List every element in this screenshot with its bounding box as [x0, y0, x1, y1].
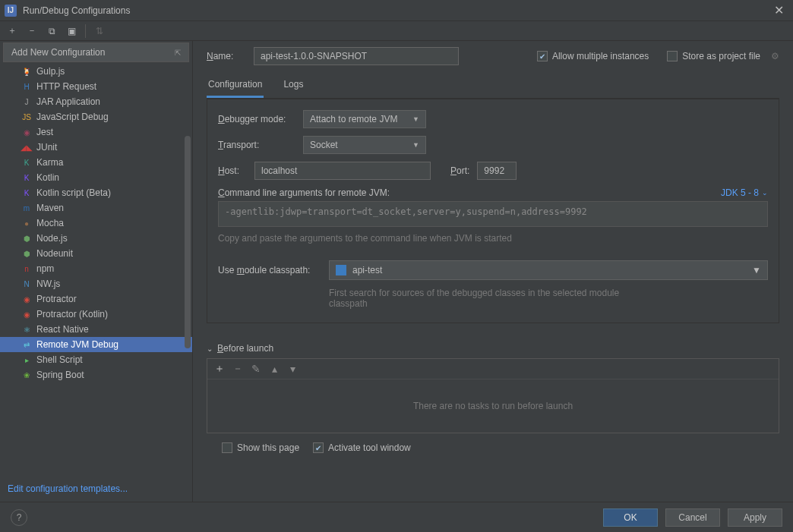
- config-tree: 🍹Gulp.jsHHTTP RequestJJAR ApplicationJSJ…: [0, 64, 192, 382]
- config-type-icon: n: [21, 263, 32, 274]
- port-input[interactable]: [477, 162, 517, 180]
- sidebar: Add New Configuration ⇱ 🍹Gulp.jsHHTTP Re…: [0, 41, 193, 502]
- sidebar-item-label: Nodeunit: [36, 248, 73, 259]
- sidebar-item-remote-jvm-debug[interactable]: ⇄Remote JVM Debug: [0, 337, 192, 352]
- host-input[interactable]: [254, 162, 431, 180]
- sidebar-item-label: React Native: [36, 324, 89, 335]
- transport-combo[interactable]: Socket ▼: [303, 136, 426, 154]
- sidebar-item-http-request[interactable]: HHTTP Request: [0, 79, 192, 94]
- move-down-button: ▾: [286, 363, 299, 375]
- copy-button[interactable]: ⧉: [44, 24, 59, 39]
- config-type-icon: ◉: [21, 309, 32, 320]
- config-type-icon: m: [21, 203, 32, 213]
- folder-button[interactable]: ▣: [64, 24, 79, 39]
- sidebar-item-karma[interactable]: KKarma: [0, 155, 192, 170]
- sidebar-item-jest[interactable]: ◉Jest: [0, 124, 192, 140]
- config-type-icon: ◉: [21, 127, 32, 137]
- add-button[interactable]: ＋: [5, 24, 20, 39]
- scrollbar[interactable]: [185, 136, 191, 348]
- checkbox-icon: [222, 442, 232, 453]
- debugger-mode-combo[interactable]: Attach to remote JVM ▼: [303, 110, 426, 128]
- sidebar-item-spring-boot[interactable]: ❀Spring Boot: [0, 367, 192, 382]
- jdk-value: JDK 5 - 8: [721, 187, 759, 198]
- sidebar-item-maven[interactable]: mMaven: [0, 200, 192, 216]
- close-icon[interactable]: ✕: [769, 3, 788, 17]
- sidebar-item-label: JavaScript Debug: [36, 112, 109, 122]
- add-task-button[interactable]: ＋: [213, 362, 226, 376]
- expand-icon: ⇱: [175, 49, 181, 57]
- debugger-mode-label: Debugger mode:: [218, 114, 295, 124]
- store-project-checkbox[interactable]: Store as project file: [667, 51, 760, 61]
- name-input[interactable]: [254, 47, 459, 65]
- host-label: Host:: [218, 165, 247, 176]
- remove-button[interactable]: －: [24, 24, 39, 39]
- apply-button[interactable]: Apply: [728, 508, 782, 527]
- help-button[interactable]: ?: [11, 509, 27, 526]
- module-icon: [336, 265, 346, 275]
- allow-multiple-checkbox[interactable]: ✔ Allow multiple instances: [537, 51, 649, 61]
- config-type-icon: 🍹: [21, 66, 32, 77]
- sidebar-item-kotlin-script-beta-[interactable]: KKotlin script (Beta): [0, 185, 192, 200]
- module-value: api-test: [352, 265, 382, 275]
- sidebar-item-jar-application[interactable]: JJAR Application: [0, 94, 192, 109]
- sidebar-item-javascript-debug[interactable]: JSJavaScript Debug: [0, 109, 192, 124]
- sidebar-item-shell-script[interactable]: ▸Shell Script: [0, 352, 192, 367]
- sidebar-item-node-js[interactable]: ⬢Node.js: [0, 231, 192, 246]
- activate-tool-label: Activate tool window: [328, 442, 411, 453]
- edit-templates-link[interactable]: Edit configuration templates...: [8, 483, 128, 494]
- sidebar-item-label: Spring Boot: [36, 370, 84, 380]
- debugger-mode-value: Attach to remote JVM: [310, 114, 397, 124]
- tab-logs[interactable]: Logs: [282, 74, 305, 98]
- sidebar-item-npm[interactable]: nnpm: [0, 261, 192, 276]
- module-combo[interactable]: api-test ▼: [329, 260, 768, 280]
- sidebar-item-protractor[interactable]: ◉Protractor: [0, 291, 192, 307]
- sidebar-item-label: Protractor (Kotlin): [36, 309, 108, 320]
- tabs: Configuration Logs: [207, 74, 779, 99]
- before-launch-label: Before launch: [217, 343, 273, 354]
- sidebar-item-label: Gulp.js: [36, 66, 65, 77]
- sidebar-item-label: Kotlin script (Beta): [36, 187, 111, 198]
- cancel-button[interactable]: Cancel: [665, 508, 720, 527]
- sidebar-item-label: Karma: [36, 157, 63, 168]
- sidebar-item-label: npm: [36, 263, 54, 274]
- config-type-icon: H: [21, 81, 32, 92]
- ok-button[interactable]: OK: [603, 508, 658, 527]
- name-label: Name:: [207, 51, 246, 61]
- config-type-icon: N: [21, 279, 32, 289]
- before-launch-toggle[interactable]: ⌄ Before launch: [207, 343, 779, 354]
- config-type-icon: ⚛: [21, 324, 32, 335]
- sidebar-header-label: Add New Configuration: [11, 47, 105, 58]
- titlebar: IJ Run/Debug Configurations ✕: [0, 0, 793, 21]
- sidebar-item-label: NW.js: [36, 279, 60, 289]
- config-panel: Name: ✔ Allow multiple instances Store a…: [193, 41, 793, 502]
- sidebar-item-junit[interactable]: ◢◣JUnit: [0, 140, 192, 155]
- tab-configuration[interactable]: Configuration: [207, 74, 264, 98]
- app-icon: IJ: [5, 5, 17, 17]
- sidebar-item-label: Maven: [36, 203, 64, 213]
- show-page-checkbox[interactable]: Show this page: [222, 442, 299, 453]
- config-type-icon: JS: [21, 112, 32, 122]
- sidebar-item-nodeunit[interactable]: ⬢Nodeunit: [0, 246, 192, 261]
- gear-icon[interactable]: ⚙: [771, 51, 779, 61]
- sidebar-item-gulp-js[interactable]: 🍹Gulp.js: [0, 64, 192, 79]
- show-page-label: Show this page: [237, 442, 299, 453]
- sidebar-item-kotlin[interactable]: KKotlin: [0, 170, 192, 185]
- config-type-icon: ●: [21, 218, 32, 228]
- config-type-icon: ⇄: [21, 339, 32, 350]
- sidebar-item-label: Shell Script: [36, 354, 83, 365]
- jdk-selector[interactable]: JDK 5 - 8 ⌄: [721, 187, 768, 198]
- edit-task-button: ✎: [250, 363, 262, 375]
- checkbox-icon: [667, 51, 678, 61]
- sidebar-item-mocha[interactable]: ●Mocha: [0, 216, 192, 231]
- chevron-down-icon: ⌄: [762, 189, 768, 197]
- config-type-icon: ⬢: [21, 233, 32, 244]
- activate-tool-checkbox[interactable]: ✔ Activate tool window: [313, 442, 411, 453]
- sidebar-item-nw-js[interactable]: NNW.js: [0, 276, 192, 291]
- add-new-config-header[interactable]: Add New Configuration ⇱: [3, 42, 189, 62]
- cmd-args-box[interactable]: -agentlib:jdwp=transport=dt_socket,serve…: [218, 201, 768, 227]
- sidebar-item-label: Protractor: [36, 294, 77, 304]
- sidebar-item-react-native[interactable]: ⚛React Native: [0, 322, 192, 337]
- sidebar-item-protractor-kotlin-[interactable]: ◉Protractor (Kotlin): [0, 307, 192, 322]
- sidebar-item-label: Mocha: [36, 218, 64, 228]
- sort-button[interactable]: ⇅: [92, 24, 107, 39]
